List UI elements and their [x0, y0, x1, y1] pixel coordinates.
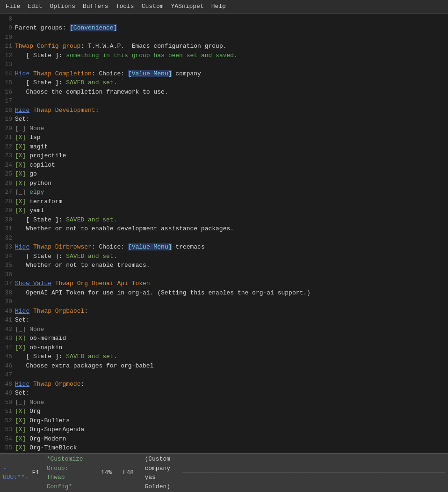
line: 40Hide Thwap Orgbabel:: [0, 307, 448, 316]
text-segment: Thwap Orgbabel: [33, 308, 84, 315]
line: 34 [ State ]: SAVED and set.: [0, 252, 448, 261]
line-content: Parent groups: [Convenience]: [15, 23, 446, 33]
line: 20[_] None: [0, 124, 448, 133]
line-content: [15, 370, 446, 380]
line-content: [ State ]: something in this group has b…: [15, 51, 446, 60]
text-segment: :: [80, 381, 84, 388]
line-number: 50: [2, 398, 15, 407]
line-content: [X] terraform: [15, 197, 446, 206]
line-number: 9: [2, 23, 15, 33]
text-segment: Thwap Org Openai Api Token: [55, 280, 150, 287]
line: 30 [ State ]: SAVED and set.: [0, 215, 448, 225]
line-number: 23: [2, 151, 15, 161]
line-content: [15, 270, 446, 279]
text-segment: [X]: [15, 417, 26, 424]
link-text[interactable]: Hide: [15, 308, 29, 315]
line: 43[X] ob-mermaid: [0, 334, 448, 343]
link-text[interactable]: Hide: [15, 381, 29, 388]
line: 41Set:: [0, 316, 448, 325]
line-content: Show Value Thwap Org Openai Api Token: [15, 279, 446, 288]
status-line: L48: [123, 468, 134, 477]
menu-item-buffers[interactable]: Buffers: [79, 1, 112, 12]
menu-item-options[interactable]: Options: [46, 1, 79, 12]
line: 19Set:: [0, 115, 448, 124]
text-segment: SAVED and set.: [66, 79, 117, 86]
text-segment: [_]: [15, 399, 26, 406]
line-content: [X] Org-Bullets: [15, 416, 446, 426]
line-number: 10: [2, 33, 15, 42]
line-number: 41: [2, 316, 15, 325]
text-segment: None: [26, 326, 44, 333]
text-segment: Thwap Orgmode: [33, 381, 80, 388]
menu-item-yasnippet[interactable]: YASnippet: [167, 1, 207, 12]
link-text[interactable]: Show Value: [15, 280, 51, 287]
menu-bar: FileEditOptionsBuffersToolsCustomYASnipp…: [0, 0, 448, 14]
line-number: 8: [2, 15, 15, 24]
link-text[interactable]: Hide: [15, 70, 29, 77]
text-segment: : Choice:: [92, 70, 128, 77]
line: 25[X] go: [0, 169, 448, 179]
line-content: [X] go: [15, 169, 446, 179]
line: 16 Choose the completion framework to us…: [0, 88, 448, 97]
text-segment: [X]: [15, 207, 26, 214]
line-content: [X] magit: [15, 142, 446, 152]
line-content: Set:: [15, 115, 446, 124]
line-number: 40: [2, 307, 15, 316]
text-segment: [X]: [15, 426, 26, 433]
line-content: [X] Org: [15, 407, 446, 416]
line-number: 38: [2, 288, 15, 298]
text-segment[interactable]: [Value Menu]: [128, 70, 172, 77]
line: 17: [0, 96, 448, 106]
menu-item-help[interactable]: Help: [208, 1, 230, 12]
line-number: 30: [2, 215, 15, 225]
link-text[interactable]: Hide: [15, 107, 29, 114]
text-segment: [X]: [15, 170, 26, 177]
line-number: 35: [2, 261, 15, 270]
line-number: 52: [2, 416, 15, 426]
line-content: [X] python: [15, 179, 446, 188]
link-text[interactable]: Hide: [15, 243, 29, 250]
line-content: [_] None: [15, 124, 446, 133]
line: 10: [0, 33, 448, 42]
menu-item-tools[interactable]: Tools: [112, 1, 138, 12]
text-segment: SAVED and set.: [66, 253, 117, 260]
line: 48Hide Thwap Orgmode:: [0, 380, 448, 389]
line: 46 Choose extra packages for org-babel: [0, 361, 448, 371]
line-content: [X] ob-mermaid: [15, 334, 446, 343]
text-segment[interactable]: [Convenience]: [70, 24, 117, 31]
text-segment: Org: [26, 408, 40, 415]
menu-item-file[interactable]: File: [2, 1, 24, 12]
line-content: [X] ob-napkin: [15, 343, 446, 352]
text-segment: lsp: [26, 134, 40, 141]
line-content: [X] copilot: [15, 161, 446, 170]
menu-item-custom[interactable]: Custom: [138, 1, 167, 12]
text-segment: Choose extra packages for org-babel: [15, 362, 153, 369]
line-number: 25: [2, 169, 15, 179]
line: 11Thwap Config group: T.H.W.A.P. Emacs c…: [0, 42, 448, 51]
text-segment: [ State ]: [15, 52, 59, 59]
text-segment: Choose the completion framework to use.: [15, 88, 168, 95]
status-bar: -UUU:**- F1 *Customize Group: Thwap Conf…: [0, 453, 448, 492]
menu-item-edit[interactable]: Edit: [24, 1, 46, 12]
line: 27[_] elpy: [0, 188, 448, 197]
line: 37Show Value Thwap Org Openai Api Token: [0, 279, 448, 288]
line-number: 16: [2, 88, 15, 97]
text-segment[interactable]: [Value Menu]: [128, 243, 172, 250]
text-segment: ob-mermaid: [26, 335, 66, 342]
line-content: Thwap Config group: T.H.W.A.P. Emacs con…: [15, 42, 446, 51]
text-segment: :: [59, 253, 66, 260]
text-segment: [X]: [15, 335, 26, 342]
line-content: Whether or not to enable development ass…: [15, 224, 446, 234]
text-segment: [X]: [15, 162, 26, 169]
line-number: 29: [2, 206, 15, 215]
line-content: [X] lsp: [15, 133, 446, 142]
text-segment: Thwap Dirbrowser: [33, 243, 92, 250]
line-number: 20: [2, 124, 15, 133]
line-content: [ State ]: SAVED and set.: [15, 352, 446, 361]
status-pct: 14%: [101, 468, 112, 477]
line-number: 14: [2, 69, 15, 79]
line-content: [15, 60, 446, 69]
text-segment: [51, 280, 55, 287]
line-content: [_] None: [15, 325, 446, 334]
text-segment: Set:: [15, 316, 29, 323]
